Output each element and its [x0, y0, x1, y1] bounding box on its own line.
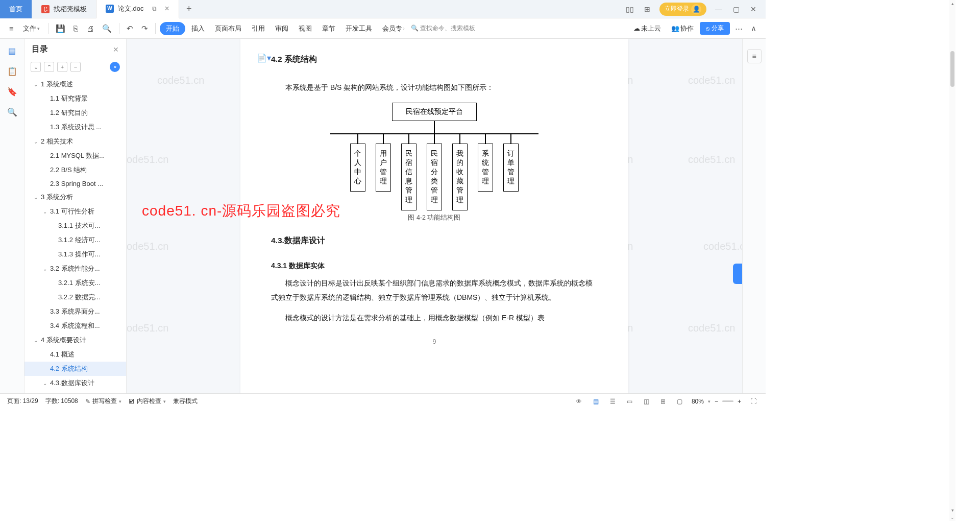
- ribbon-view[interactable]: 视图: [295, 22, 316, 35]
- popout-icon[interactable]: ⧉: [152, 5, 157, 12]
- close-window-icon[interactable]: ✕: [748, 4, 758, 14]
- apps-icon[interactable]: ⊞: [642, 4, 652, 14]
- chevron-down-icon: ⌄: [34, 195, 39, 200]
- ribbon-start[interactable]: 开始: [160, 22, 185, 35]
- ribbon-member[interactable]: 会员专›: [378, 22, 409, 35]
- outline-item-label: 1 系统概述: [41, 80, 73, 89]
- heading-4-3-1: 4.3.1 数据库实体: [271, 262, 598, 271]
- outline-icon[interactable]: ▤: [7, 45, 18, 56]
- outline-item-label: 3.1.1 技术可...: [58, 221, 100, 230]
- view-web-icon[interactable]: ◫: [642, 398, 651, 405]
- eye-icon[interactable]: 👁: [574, 398, 584, 405]
- preview-icon[interactable]: 🔍: [99, 22, 115, 35]
- tab-template[interactable]: じ 找稻壳模板: [32, 0, 96, 18]
- zoom-in-icon[interactable]: +: [738, 398, 741, 405]
- zoom-value: 80%: [692, 398, 704, 405]
- outline-item[interactable]: ⌄3.2 系统性能分...: [24, 262, 126, 276]
- content-check-button[interactable]: 🗹 内容检查 ▾: [129, 397, 166, 406]
- format-pane-icon[interactable]: ≡: [747, 49, 762, 63]
- outline-item[interactable]: ⌄2 相关技术: [24, 134, 126, 149]
- outline-close-icon[interactable]: ✕: [113, 45, 119, 54]
- view-outline-icon[interactable]: ☰: [608, 398, 618, 405]
- tab-add[interactable]: +: [179, 4, 199, 14]
- diagram-caption: 图 4-2 功能结构图: [408, 214, 460, 222]
- command-search[interactable]: 🔍 查找命令、搜索模板: [411, 24, 475, 33]
- outline-item[interactable]: ⌄3 系统分析: [24, 190, 126, 204]
- ribbon-devtools[interactable]: 开发工具: [341, 22, 376, 35]
- outline-item[interactable]: 3.2.2 数据完...: [24, 290, 126, 304]
- outline-item[interactable]: 1.1 研究背景: [24, 91, 126, 106]
- compat-mode[interactable]: 兼容模式: [173, 397, 198, 406]
- fullscreen-icon[interactable]: ⛶: [748, 398, 758, 405]
- outline-item[interactable]: 3.1.1 技术可...: [24, 219, 126, 233]
- body-text: 概念模式的设计方法是在需求分析的基础上，用概念数据模型（例如 E-R 模型）表: [271, 311, 598, 325]
- outline-item[interactable]: ⌄3.1 可行性分析: [24, 204, 126, 219]
- ribbon-section[interactable]: 章节: [318, 22, 339, 35]
- outline-item-label: 1.2 研究目的: [50, 108, 88, 117]
- outline-item[interactable]: 3.4 系统流程和...: [24, 319, 126, 333]
- grid-icon[interactable]: ⊞: [658, 398, 668, 405]
- outline-item[interactable]: 4.1 概述: [24, 347, 126, 362]
- outline-item[interactable]: ⌄1 系统概述: [24, 77, 126, 91]
- share-button[interactable]: ⎋ 分享: [700, 22, 730, 35]
- layout-icon[interactable]: ▯▯: [625, 4, 635, 14]
- outline-item[interactable]: 1.2 研究目的: [24, 106, 126, 120]
- login-button[interactable]: 立即登录 👤: [659, 3, 706, 16]
- undo-icon[interactable]: ↶: [124, 22, 136, 35]
- word-count[interactable]: 字数: 10508: [45, 397, 78, 406]
- outline-item[interactable]: 2.1 MYSQL 数据...: [24, 149, 126, 163]
- save-icon[interactable]: 💾: [53, 22, 68, 35]
- add-heading-icon[interactable]: +: [57, 62, 67, 72]
- close-icon[interactable]: ×: [165, 4, 169, 13]
- document-viewport[interactable]: code51.cn code51.cn code51.cn code51.cn …: [127, 39, 742, 393]
- paragraph-icon[interactable]: 📄▾: [257, 53, 271, 63]
- zoom-out-icon[interactable]: −: [715, 398, 718, 405]
- view-read-icon[interactable]: ▭: [625, 398, 634, 405]
- file-menu[interactable]: 文件▾: [19, 22, 44, 35]
- right-rail: ≡: [742, 39, 766, 393]
- outline-item[interactable]: 3.1.3 操作可...: [24, 247, 126, 262]
- minimize-icon[interactable]: —: [714, 4, 724, 14]
- tab-home[interactable]: 首页: [0, 0, 32, 18]
- outline-item[interactable]: ⌄4 系统概要设计: [24, 333, 126, 347]
- outline-item[interactable]: 3.1.2 经济可...: [24, 233, 126, 247]
- export-icon[interactable]: ⎘: [70, 22, 81, 35]
- spellcheck-button[interactable]: ✎ 拼写检查 ▾: [85, 397, 121, 406]
- expand-all-icon[interactable]: ⌃: [44, 62, 54, 72]
- outline-settings-icon[interactable]: ⚬: [110, 62, 120, 72]
- outline-item[interactable]: ⌄4.3.数据库设计: [24, 376, 126, 390]
- view-page-icon[interactable]: ▤: [591, 398, 601, 405]
- more-icon[interactable]: ⋯: [732, 22, 746, 35]
- structure-diagram: 民宿在线预定平台 个人中心用户管理民宿信息管理民宿分类管理我的收藏管理系统管理订…: [271, 103, 598, 222]
- coop-button[interactable]: 👥 协作: [667, 22, 698, 35]
- clipboard-icon[interactable]: 📋: [7, 65, 18, 77]
- redo-icon[interactable]: ↷: [138, 22, 151, 35]
- collapse-all-icon[interactable]: ⌄: [31, 62, 41, 72]
- cloud-status[interactable]: ☁ 未上云: [629, 22, 665, 35]
- ribbon-layout[interactable]: 页面布局: [211, 22, 246, 35]
- outline-item[interactable]: 4.2 系统结构: [24, 362, 126, 376]
- zoom-slider[interactable]: [722, 400, 733, 402]
- ribbon-review[interactable]: 审阅: [271, 22, 292, 35]
- menu-icon[interactable]: ≡: [6, 22, 17, 35]
- page-indicator[interactable]: 页面: 13/29: [7, 397, 38, 406]
- print-icon[interactable]: 🖨: [83, 22, 97, 35]
- search-rail-icon[interactable]: 🔍: [7, 106, 18, 117]
- ruler-icon[interactable]: ▢: [675, 398, 684, 405]
- side-tab[interactable]: [733, 264, 742, 284]
- zoom-control[interactable]: 80%▾ − +: [692, 398, 741, 405]
- maximize-icon[interactable]: ▢: [731, 4, 741, 14]
- outline-item[interactable]: 3.2.1 系统安...: [24, 276, 126, 290]
- outline-item[interactable]: 2.3 Spring Boot ...: [24, 177, 126, 190]
- ribbon-insert[interactable]: 插入: [187, 22, 209, 35]
- remove-heading-icon[interactable]: −: [70, 62, 81, 72]
- outline-item-label: 3.1 可行性分析: [50, 207, 94, 216]
- outline-item[interactable]: 3.3 系统界面分...: [24, 304, 126, 319]
- bookmark-icon[interactable]: 🔖: [7, 86, 18, 97]
- outline-item[interactable]: 1.3 系统设计思 ...: [24, 120, 126, 134]
- tab-document[interactable]: W 论文.doc ⧉ ×: [96, 0, 179, 18]
- outline-item[interactable]: 2.2 B/S 结构: [24, 163, 126, 177]
- ribbon-ref[interactable]: 引用: [248, 22, 269, 35]
- collapse-ribbon-icon[interactable]: ∧: [748, 22, 760, 35]
- chevron-down-icon: ⌄: [43, 266, 48, 272]
